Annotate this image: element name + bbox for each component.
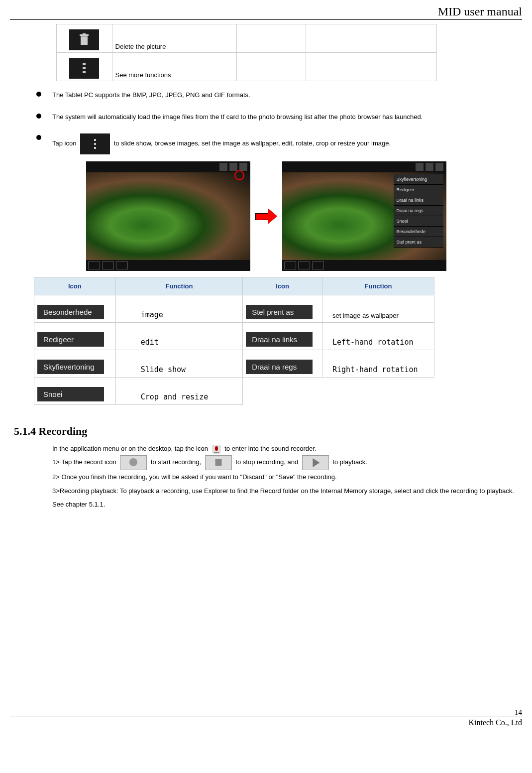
text: 3>Recording playback: To playback a reco… — [52, 487, 514, 508]
text: to start recording, — [151, 459, 203, 466]
more-icon — [69, 58, 99, 79]
table-row: Delete the picture — [57, 24, 437, 53]
svg-rect-3 — [83, 63, 86, 65]
text: In the application menu or on the deskto… — [52, 445, 210, 452]
record-button-icon — [120, 455, 147, 470]
menu-button-icon: Snoei — [37, 387, 104, 401]
company-name: Kintech Co., Ltd — [10, 718, 522, 727]
function-label: Left-hand rotation — [322, 323, 434, 350]
menu-button-icon: Stel prent as — [246, 305, 313, 319]
menu-button-icon: Draai na links — [246, 332, 313, 347]
text: to stop recording, and — [235, 459, 300, 466]
text: 2> Once you finish the recording, you wi… — [52, 473, 337, 481]
svg-rect-1 — [80, 34, 89, 36]
menu-item: Snoei — [394, 216, 443, 227]
function-label: Crop and resize — [115, 378, 242, 405]
col-header: Function — [115, 277, 242, 295]
function-label: edit — [115, 323, 242, 350]
menu-button-icon: Skyfievertoning — [37, 360, 104, 374]
menu-button-icon: Draai na regs — [246, 360, 313, 374]
function-label: set image as wallpaper — [322, 295, 434, 323]
paragraph: In the application menu or on the deskto… — [52, 442, 522, 511]
top-icon-table: Delete the picture See more functions — [56, 24, 437, 81]
text-before: Tap icon — [52, 139, 76, 147]
page-number: 14 — [10, 708, 522, 717]
svg-rect-2 — [83, 33, 86, 34]
menu-item: Besonderhede — [394, 227, 443, 237]
text-after: to slide show, browse images, set the im… — [114, 139, 391, 147]
bullet-list: The Tablet PC supports the BMP, JPG, JPE… — [32, 90, 522, 154]
red-arrow-icon — [255, 209, 277, 224]
header-rule — [10, 19, 522, 20]
menu-item: Draai na regs — [394, 206, 443, 216]
col-header: Function — [322, 277, 434, 295]
menu-item: Draai na links — [394, 195, 443, 206]
screenshot-right: Skyfievertoning Redigeer Draai na links … — [282, 161, 446, 271]
table-row: Snoei Crop and resize — [34, 378, 434, 405]
svg-rect-5 — [83, 71, 86, 73]
col-header: Icon — [34, 277, 116, 295]
function-label: Slide show — [115, 350, 242, 378]
col-header: Icon — [243, 277, 322, 295]
list-item: The Tablet PC supports the BMP, JPG, JPE… — [32, 90, 522, 100]
footer-rule — [10, 717, 522, 717]
table-row: Besonderhede image Stel prent as set ima… — [34, 295, 434, 323]
menu-item: Stel prent as — [394, 237, 443, 248]
section-heading: 5.1.4 Recording — [14, 425, 522, 438]
list-item: The system will automatically load the i… — [32, 112, 522, 122]
svg-rect-0 — [81, 36, 88, 45]
text: to enter into the sound recorder. — [224, 445, 316, 452]
play-button-icon — [302, 455, 329, 470]
menu-button-icon: Besonderhede — [37, 305, 104, 319]
table-row: See more functions — [57, 53, 437, 81]
icon-label: Delete the picture — [112, 24, 237, 53]
more-icon — [80, 133, 110, 154]
page-footer: 14 Kintech Co., Ltd — [10, 708, 522, 727]
screenshot-left — [86, 161, 250, 271]
menu-item: Skyfievertoning — [394, 174, 443, 185]
table-row: Redigeer edit Draai na links Left-hand r… — [34, 323, 434, 350]
menu-item: Redigeer — [394, 185, 443, 195]
stop-button-icon — [205, 455, 232, 470]
function-table: Icon Function Icon Function Besonderhede… — [34, 277, 434, 405]
text: 1> Tap the record icon — [52, 459, 118, 466]
menu-button-icon: Redigeer — [37, 332, 104, 347]
highlight-circle-icon — [234, 170, 244, 180]
trash-icon — [69, 29, 99, 50]
recorder-app-icon — [212, 445, 221, 454]
context-menu: Skyfievertoning Redigeer Draai na links … — [394, 174, 443, 248]
function-label: image — [115, 295, 242, 323]
text: to playback. — [332, 459, 367, 466]
svg-rect-4 — [83, 67, 86, 69]
table-row: Skyfievertoning Slide show Draai na regs… — [34, 350, 434, 378]
icon-label: See more functions — [112, 53, 237, 81]
function-label: Right-hand rotation — [322, 350, 434, 378]
list-item: Tap icon to slide show, browse images, s… — [32, 133, 522, 154]
screenshot-row: Skyfievertoning Redigeer Draai na links … — [10, 161, 522, 271]
document-header: MID user manual — [10, 5, 522, 18]
